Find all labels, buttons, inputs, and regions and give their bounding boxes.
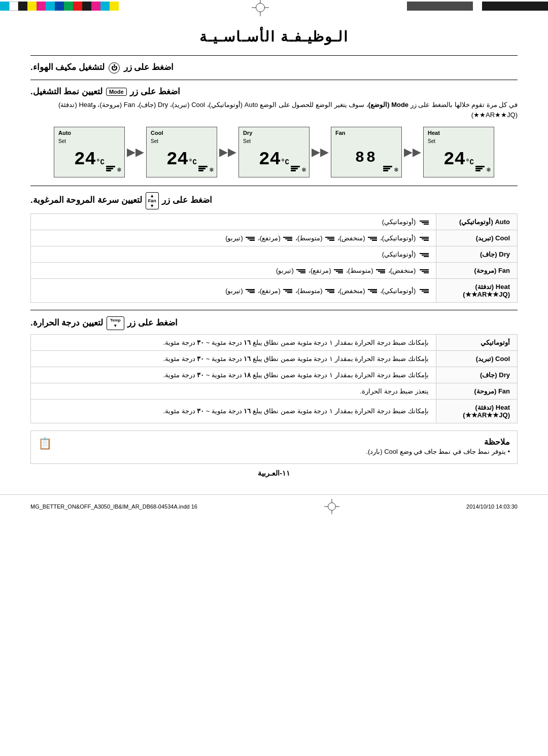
note-icon: 📋 (38, 437, 52, 450)
section3-header: اضغط على زر ▲ Fan ▼ لتعيين سرعة المروحة … (30, 192, 518, 209)
lcd-cool-unit: °C (188, 158, 197, 166)
lcd-dry-label: Dry (243, 130, 252, 136)
section1-title: اضغط على زر ⏻ لتشغيل مكيف الهواء. (30, 62, 174, 74)
power-button-icon: ⏻ (109, 62, 120, 74)
fan-mode-desc-auto: (أوتوماتيكي) (31, 214, 436, 230)
lcd-dry-set: Set (243, 138, 251, 144)
section4-title: اضغط على زر Temp ▼ لتعيين درجة الحرارة. (30, 316, 178, 330)
temp-label-fan: Fan (مروحة) (436, 383, 518, 399)
fan-mode-row-dry: Dry (جاف) (أوتوماتيكي) (31, 246, 518, 263)
temp-button-icon: Temp ▼ (107, 316, 124, 330)
temp-mode-table: أوتوماتيكي بإمكانك ضبط درجة الحرارة بمقد… (30, 334, 518, 423)
lcd-heat-set: Set (428, 138, 435, 144)
fan-mode-desc-heat: (أوتوماتيكي)، (منخفض)، (متوسط)، (مرتفع)،… (31, 279, 436, 303)
lcd-auto-label: Auto (58, 130, 71, 136)
divider-2 (30, 80, 518, 80)
fan-mode-row-cool: Cool (تبريد) (أوتوماتيكي)، (منخفض)، (متو… (31, 230, 518, 246)
lcd-panels-row: Auto Set 24 °C ❄ ▶▶ Cool Set 24 °C ❄ (30, 127, 518, 177)
temp-row-auto: أوتوماتيكي بإمكانك ضبط درجة الحرارة بمقد… (31, 334, 518, 350)
lcd-dry-unit: °C (281, 158, 289, 166)
temp-desc-heat: بإمكانك ضبط درجة الحرارة بمقدار ١ درجة م… (31, 399, 436, 423)
lcd-heat: Heat Set 24 °C ❄ (423, 127, 494, 177)
lcd-cool: Cool Set 24 °C ❄ (146, 127, 217, 177)
fan-mode-desc-cool: (أوتوماتيكي)، (منخفض)، (متوسط)، (مرتفع)،… (31, 230, 436, 246)
lcd-cool-label: Cool (151, 130, 163, 136)
temp-row-fan: Fan (مروحة) يتعذر ضبط درجة الحرارة. (31, 383, 518, 399)
arrow-4: ▶▶ (404, 146, 421, 159)
arrow-2: ▶▶ (219, 146, 236, 159)
page-title: الـوظيـفـة الأسـاسـيـة (30, 28, 518, 45)
section3-title: اضغط على زر ▲ Fan ▼ لتعيين سرعة المروحة … (30, 192, 212, 209)
page-number: ١١-العـربية (30, 469, 518, 477)
divider-3 (30, 186, 518, 186)
lcd-auto-set: Set (58, 138, 66, 144)
footer-right: 2014/10/10 14:03:30 (466, 503, 518, 510)
lcd-cool-temp: 24 (166, 151, 188, 169)
section2-title: اضغط على زر Mode لتعيين نمط التشغيل. (30, 86, 180, 97)
note-text: • يتوفر نمط جاف في نمط جاف في وضع Cool (… (366, 447, 510, 457)
footer-left: MG_BETTER_ON&OFF_A3050_IB&IM_AR_DB68-045… (30, 503, 197, 510)
fan-mode-label-cool: Cool (تبريد) (436, 230, 518, 246)
lcd-heat-label: Heat (428, 130, 440, 136)
note-label-area: ملاحظة • يتوفر نمط جاف في نمط جاف في وضع… (366, 437, 510, 457)
temp-desc-fan: يتعذر ضبط درجة الحرارة. (31, 383, 436, 399)
note-box: 📋 ملاحظة • يتوفر نمط جاف في نمط جاف في و… (30, 430, 518, 464)
temp-desc-cool: بإمكانك ضبط درجة الحرارة بمقدار ١ درجة م… (31, 350, 436, 367)
lcd-cool-snowflake: ❄ (210, 166, 214, 174)
lcd-cool-set: Set (151, 138, 158, 144)
fan-mode-row-heat: Heat (تدفئة)(AR★★JQ★★) (أوتوماتيكي)، (من… (31, 279, 518, 303)
arrow-1: ▶▶ (127, 146, 144, 159)
fan-mode-desc-fan: (منخفض)، (متوسط)، (مرتفع)، (تيربو) (31, 263, 436, 279)
divider-4 (30, 310, 518, 310)
fan-mode-row-auto: Auto (أوتوماتيكي) (أوتوماتيكي) (31, 214, 518, 230)
temp-label-cool: Cool (تبريد) (436, 350, 518, 367)
temp-row-cool: Cool (تبريد) بإمكانك ضبط درجة الحرارة بم… (31, 350, 518, 367)
section2-header: اضغط على زر Mode لتعيين نمط التشغيل. (30, 86, 518, 97)
lcd-fan-display: 88 (355, 149, 378, 166)
fan-mode-label-heat: Heat (تدفئة)(AR★★JQ★★) (436, 279, 518, 303)
lcd-auto: Auto Set 24 °C ❄ (54, 127, 125, 177)
fan-mode-label-fan: Fan (مروحة) (436, 263, 518, 279)
temp-label-auto: أوتوماتيكي (436, 334, 518, 350)
fan-mode-table: Auto (أوتوماتيكي) (أوتوماتيكي) Cool (تبر… (30, 213, 518, 303)
lcd-auto-unit: °C (96, 158, 105, 166)
fan-button-icon: ▲ Fan ▼ (146, 192, 159, 209)
lcd-heat-snowflake: ❄ (487, 166, 491, 174)
lcd-dry-temp: 24 (259, 151, 281, 169)
temp-label-heat: Heat (تدفئة)(AR★★JQ★★) (436, 399, 518, 423)
section4-header: اضغط على زر Temp ▼ لتعيين درجة الحرارة. (30, 316, 518, 330)
temp-row-dry: Dry (جاف) بإمكانك ضبط درجة الحرارة بمقدا… (31, 367, 518, 383)
temp-desc-auto: بإمكانك ضبط درجة الحرارة بمقدار ١ درجة م… (31, 334, 436, 350)
lcd-fan: Fan 88 ❄ (331, 127, 402, 177)
temp-desc-dry: بإمكانك ضبط درجة الحرارة بمقدار ١ درجة م… (31, 367, 436, 383)
mode-button-icon: Mode (106, 88, 127, 96)
fan-mode-label-dry: Dry (جاف) (436, 246, 518, 263)
footer-crosshair (324, 499, 339, 514)
divider-1 (30, 55, 518, 56)
fan-mode-label-auto: Auto (أوتوماتيكي) (436, 214, 518, 230)
lcd-dry: Dry Set 24 °C ❄ (238, 127, 310, 177)
section1-header: اضغط على زر ⏻ لتشغيل مكيف الهواء. (30, 62, 518, 74)
section2-description: في كل مرة تقوم خلالها بالضغط على زر Mode… (30, 100, 518, 121)
fan-mode-desc-dry: (أوتوماتيكي) (31, 246, 436, 263)
lcd-dry-snowflake: ❄ (302, 166, 306, 174)
lcd-heat-temp: 24 (443, 151, 465, 169)
footer: MG_BETTER_ON&OFF_A3050_IB&IM_AR_DB68-045… (0, 494, 548, 518)
lcd-auto-snowflake: ❄ (117, 166, 121, 174)
note-label: ملاحظة (484, 438, 510, 446)
arrow-3: ▶▶ (312, 146, 329, 159)
lcd-fan-icon: ❄ (394, 166, 398, 174)
lcd-heat-unit: °C (465, 158, 474, 166)
temp-label-dry: Dry (جاف) (436, 367, 518, 383)
lcd-auto-temp: 24 (74, 151, 96, 169)
lcd-fan-label: Fan (335, 130, 346, 136)
temp-row-heat: Heat (تدفئة)(AR★★JQ★★) بإمكانك ضبط درجة … (31, 399, 518, 423)
fan-mode-row-fan: Fan (مروحة) (منخفض)، (متوسط)، (مرتفع)، (… (31, 263, 518, 279)
